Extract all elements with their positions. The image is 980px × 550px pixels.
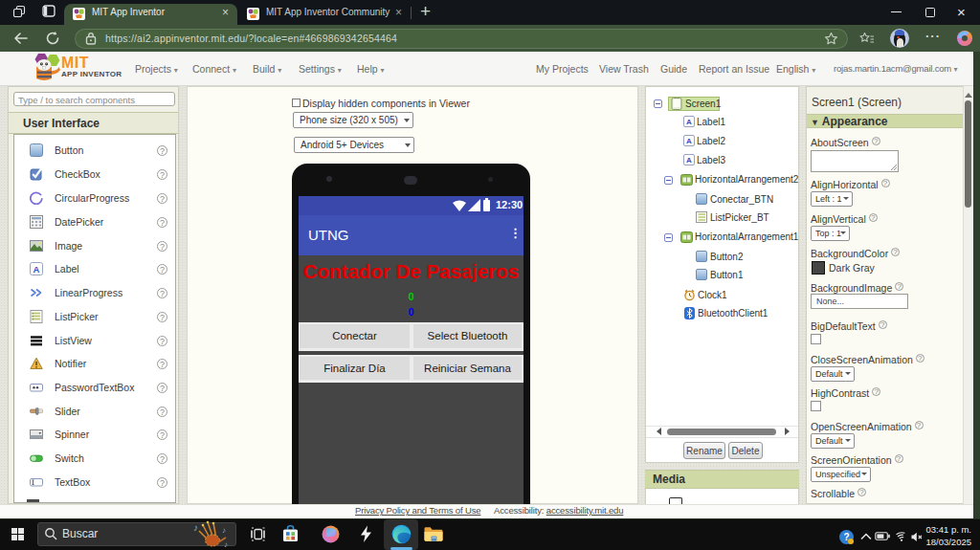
svg-text:♪: ♪: [193, 522, 198, 533]
svg-text:♪: ♪: [224, 540, 228, 548]
svg-text:♪: ♪: [222, 526, 226, 535]
